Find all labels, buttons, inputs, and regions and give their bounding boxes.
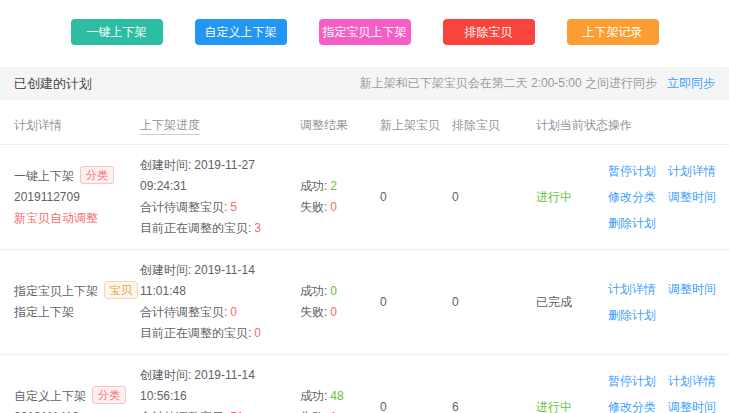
success-value: 48	[330, 389, 343, 403]
exclude-item-button[interactable]: 排除宝贝	[443, 19, 535, 45]
col-header-actions: 操作	[608, 107, 729, 145]
success-label: 成功:	[300, 179, 327, 193]
section-title: 已创建的计划	[14, 75, 92, 93]
plan-tag: 宝贝	[104, 281, 138, 299]
modify-category-link[interactable]: 修改分类	[608, 184, 656, 210]
table-header-row: 计划详情 上下架进度 调整结果 新上架宝贝 排除宝贝 计划当前状态 操作	[0, 107, 729, 145]
plan-auto-adjust-label: 新宝贝自动调整	[14, 208, 140, 229]
created-label: 创建时间:	[140, 368, 191, 382]
section-bar: 已创建的计划 新上架和已下架宝贝会在第二天 2:00-5:00 之间进行同步立即…	[0, 67, 729, 100]
success-value: 2	[330, 179, 337, 193]
shelf-record-button[interactable]: 上下架记录	[567, 19, 659, 45]
sync-note-wrap: 新上架和已下架宝贝会在第二天 2:00-5:00 之间进行同步立即同步	[360, 75, 715, 92]
pause-plan-link[interactable]: 暂停计划	[608, 368, 656, 394]
sync-now-link[interactable]: 立即同步	[667, 76, 715, 90]
new-items-cell: 0	[380, 355, 452, 413]
plan-name: 指定宝贝上下架	[14, 284, 98, 298]
total-pending-label: 合计待调整宝贝:	[140, 200, 227, 214]
col-header-result: 调整结果	[300, 107, 380, 145]
status-badge: 已完成	[536, 295, 572, 309]
modify-category-link[interactable]: 修改分类	[608, 394, 656, 413]
excluded-cell: 0	[452, 145, 536, 250]
plan-name: 一键上下架	[14, 169, 74, 183]
delete-plan-link[interactable]: 删除计划	[608, 210, 656, 236]
col-header-new-items: 新上架宝贝	[380, 107, 452, 145]
adjusting-label: 目前正在调整的宝贝:	[140, 326, 251, 340]
new-items-cell: 0	[380, 250, 452, 355]
specify-item-shelf-button[interactable]: 指定宝贝上下架	[319, 19, 411, 45]
fail-value: 0	[330, 200, 337, 214]
table-row: 一键上下架分类 2019112709 新宝贝自动调整 创建时间:2019-11-…	[0, 145, 729, 250]
fail-label: 失败:	[300, 200, 327, 214]
created-label: 创建时间:	[140, 158, 191, 172]
status-badge: 进行中	[536, 400, 572, 413]
plan-tag: 分类	[92, 386, 126, 404]
adjust-time-link[interactable]: 调整时间	[668, 184, 716, 210]
pause-plan-link[interactable]: 暂停计划	[608, 158, 656, 184]
adjust-time-link[interactable]: 调整时间	[668, 394, 716, 413]
plan-detail-link[interactable]: 计划详情	[668, 158, 716, 184]
custom-shelf-button[interactable]: 自定义上下架	[195, 19, 287, 45]
plans-table: 计划详情 上下架进度 调整结果 新上架宝贝 排除宝贝 计划当前状态 操作 一键上…	[0, 107, 729, 413]
adjusting-value: 0	[254, 326, 261, 340]
fail-label: 失败:	[300, 305, 327, 319]
one-key-shelf-button[interactable]: 一键上下架	[71, 19, 163, 45]
table-row: 自定义上下架分类 2019111410 创建时间:2019-11-14 10:5…	[0, 355, 729, 413]
plan-detail-link[interactable]: 计划详情	[608, 276, 656, 302]
success-label: 成功:	[300, 389, 327, 403]
created-label: 创建时间:	[140, 263, 191, 277]
adjusting-label: 目前正在调整的宝贝:	[140, 221, 251, 235]
new-items-cell: 0	[380, 145, 452, 250]
total-pending-value: 5	[230, 200, 237, 214]
plan-id: 指定上下架	[14, 302, 140, 323]
table-row: 指定宝贝上下架宝贝 指定上下架 创建时间:2019-11-14 11:01:48…	[0, 250, 729, 355]
plan-name: 自定义上下架	[14, 389, 86, 403]
fail-value: 0	[330, 305, 337, 319]
col-header-plan-detail: 计划详情	[0, 107, 140, 145]
plan-id: 2019112709	[14, 187, 140, 208]
sync-note: 新上架和已下架宝贝会在第二天 2:00-5:00 之间进行同步	[360, 76, 657, 90]
delete-plan-link[interactable]: 删除计划	[608, 302, 656, 328]
plan-id: 2019111410	[14, 407, 140, 413]
col-header-progress: 上下架进度	[140, 107, 300, 145]
total-pending-label: 合计待调整宝贝:	[140, 305, 227, 319]
plan-tag: 分类	[80, 166, 114, 184]
success-label: 成功:	[300, 284, 327, 298]
plan-detail-link[interactable]: 计划详情	[668, 368, 716, 394]
col-header-status: 计划当前状态	[536, 107, 608, 145]
status-badge: 进行中	[536, 190, 572, 204]
col-header-excluded: 排除宝贝	[452, 107, 536, 145]
total-pending-value: 0	[230, 305, 237, 319]
toolbar: 一键上下架 自定义上下架 指定宝贝上下架 排除宝贝 上下架记录	[0, 0, 729, 45]
adjust-time-link[interactable]: 调整时间	[668, 276, 716, 302]
excluded-cell: 0	[452, 250, 536, 355]
adjusting-value: 3	[254, 221, 261, 235]
excluded-cell: 6	[452, 355, 536, 413]
success-value: 0	[330, 284, 337, 298]
